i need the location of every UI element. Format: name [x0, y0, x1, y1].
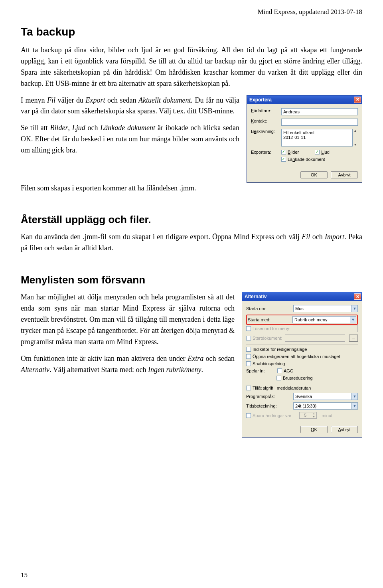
checkbox-indikator[interactable]: Indikator för redigeringsläge: [246, 347, 307, 352]
dialog-alternativ-titlebar: Alternativ ✕: [242, 292, 362, 301]
label-starta-med: Starta med:: [248, 317, 290, 322]
heading-aterstall: Återställ upplägg och filer.: [21, 214, 362, 226]
chevron-down-icon: ▼: [351, 403, 357, 409]
para-3: Se till att Bilder, Ljud och Länkade dok…: [21, 123, 239, 156]
dialog-exportera-titlebar: Exportera ✕: [247, 95, 362, 104]
label-tidsbeteckning: Tidsbeteckning:: [246, 404, 291, 408]
separator: [246, 344, 358, 344]
checkbox-agc[interactable]: AGC: [277, 368, 293, 373]
dialog-alternativ: Alternativ ✕ Starta om: Mus▼ Starta med:…: [242, 292, 362, 438]
chevron-down-icon: ▼: [350, 317, 356, 323]
input-kontakt[interactable]: [281, 119, 358, 126]
para-6: Man har möjlighet att dölja menyraden oc…: [21, 292, 235, 347]
browse-button[interactable]: ...: [349, 335, 358, 342]
close-icon[interactable]: ✕: [354, 293, 361, 300]
dialog-alternativ-title: Alternativ: [245, 294, 267, 299]
input-forfattare[interactable]: [281, 108, 358, 115]
para-4: Filen som skapas i exporten kommer att h…: [21, 183, 362, 194]
checkbox-snabbinspelning[interactable]: Snabbinspelning: [246, 361, 285, 366]
input-losenord: [293, 325, 358, 332]
para-5: Kan du använda den .jmm-fil som du skapa…: [21, 232, 362, 254]
checkbox-spara-andringar[interactable]: Spara ändringar var: [246, 413, 291, 418]
dialog-exportera-title: Exportera: [249, 97, 272, 103]
page-number: 15: [21, 571, 28, 579]
input-startdokument: [285, 335, 345, 342]
dialog-exportera: Exportera ✕ Författare: Kontakt: Beskriv…: [247, 95, 362, 183]
select-starta-med[interactable]: Rubrik och meny▼: [292, 316, 356, 323]
label-programsprak: Programspråk:: [246, 394, 291, 399]
separator: [246, 383, 358, 383]
checkbox-brusreducering[interactable]: Brusreducering: [276, 376, 313, 380]
chevron-down-icon: ▼: [351, 305, 357, 312]
chevron-down-icon: ▼: [351, 393, 357, 400]
checkbox-ljud[interactable]: ✓Ljud: [315, 150, 330, 154]
scrollbar-icon[interactable]: ▲▼: [352, 129, 358, 147]
checkbox-startdokument[interactable]: Startdokument:: [246, 336, 282, 341]
para-2: I menyn Fil väljer du Export och sedan A…: [21, 95, 239, 117]
checkbox-bilder[interactable]: ✓Bilder: [281, 150, 299, 154]
checkbox-losenord[interactable]: Lösenord för meny:: [246, 326, 290, 331]
chevron-up-icon: ▲: [311, 412, 316, 416]
ok-button[interactable]: OK: [300, 171, 328, 178]
checkbox-tillat-sigrift[interactable]: Tillåt sigrift i meddelanderutan: [246, 386, 311, 390]
chevron-down-icon: ▼: [311, 416, 316, 419]
checkbox-oppna-redigeraren[interactable]: Öppna redigeraren att högerklicka i musl…: [246, 354, 340, 359]
label-exportera: Exportera:: [251, 150, 281, 154]
cancel-button[interactable]: Avbryt: [331, 426, 358, 433]
heading-menylisten: Menylisten som försvann: [21, 274, 362, 286]
select-starta-om[interactable]: Mus▼: [293, 305, 358, 312]
para-7: Om funktionen inte är aktiv kan man akti…: [21, 353, 235, 376]
ok-button[interactable]: OK: [300, 426, 328, 433]
checkbox-lankade[interactable]: ✓Länkade dokument: [281, 157, 358, 162]
select-programsprak[interactable]: Svenska▼: [293, 393, 358, 400]
input-beskrivning[interactable]: Ett enkelt utkast 2012-01-11: [281, 129, 352, 147]
doc-header: Mind Express, uppdaterad 2013-07-18: [21, 8, 362, 16]
heading-ta-backup: Ta backup: [21, 26, 362, 38]
label-kontakt: Kontakt:: [251, 119, 281, 123]
label-minut: minut: [322, 413, 332, 418]
label-spelar-in: Spelar in:: [246, 368, 275, 373]
label-starta-om: Starta om:: [246, 306, 291, 311]
label-beskrivning: Beskrivning:: [251, 129, 281, 134]
spinner-minut[interactable]: 5 ▲▼: [299, 412, 317, 419]
close-icon[interactable]: ✕: [354, 97, 361, 103]
highlighted-row: Starta med: Rubrik och meny▼: [246, 315, 358, 325]
label-forfattare: Författare:: [251, 108, 281, 113]
para-1: Att ta backup på dina sidor, bilder och …: [21, 45, 362, 89]
select-tidsbeteckning[interactable]: 24t (15:30)▼: [293, 402, 358, 410]
cancel-button[interactable]: Avbryt: [331, 171, 358, 178]
